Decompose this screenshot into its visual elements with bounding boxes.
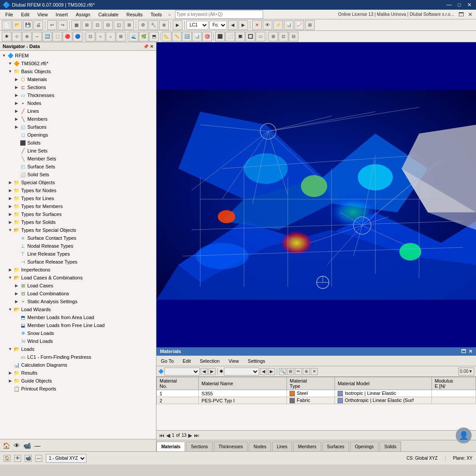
mat-goto[interactable]: Go To	[158, 357, 176, 364]
tree-membersets[interactable]: ╲ Member Sets	[0, 155, 156, 163]
tree-linesets[interactable]: ╱ Line Sets	[0, 147, 156, 155]
new-btn[interactable]: 📄	[2, 20, 11, 30]
mat-num[interactable]: 0.00▼	[458, 368, 474, 376]
prev-page-btn[interactable]: ◀	[166, 432, 170, 439]
tree-openings[interactable]: ◻ Openings	[0, 131, 156, 139]
tab-thicknesses[interactable]: Thicknesses	[214, 442, 248, 451]
mat-del[interactable]: ✕	[311, 368, 318, 375]
tree-materials[interactable]: ⬡ Materials	[0, 75, 156, 83]
delete-btn[interactable]: ✕	[252, 20, 262, 30]
tab-sections[interactable]: Sections	[186, 442, 212, 451]
search-input[interactable]	[175, 10, 263, 19]
t2-11[interactable]: ⬦	[106, 32, 115, 41]
t2-15[interactable]: ⬒	[149, 32, 159, 41]
table-row[interactable]: 2 PES-PVC Typ I Fabric Orthotropic | Lin…	[157, 397, 476, 404]
tb3[interactable]: ⊡	[93, 20, 102, 30]
status-btn3[interactable]: 📹	[25, 455, 32, 462]
tree-printout-reports[interactable]: 📋 Printout Reports	[0, 385, 156, 393]
structure-combo[interactable]: Structure	[164, 368, 200, 376]
tree-imperfections[interactable]: 📁 Imperfections	[0, 266, 156, 274]
form-combo[interactable]: Fo...	[209, 21, 227, 30]
table-row[interactable]: 1 S355 Steel Isotropic | Linear Elastic	[157, 390, 476, 397]
menu-edit[interactable]: Edit	[18, 11, 33, 18]
mat-edit-btn[interactable]: ✏	[295, 368, 302, 375]
menu-file[interactable]: File	[2, 11, 17, 18]
tree-load-wizards[interactable]: 📂 Load Wizards	[0, 305, 156, 313]
tab-lines[interactable]: Lines	[272, 442, 292, 451]
tree-results[interactable]: 📁 Results	[0, 369, 156, 377]
tree-types-nodes[interactable]: 📁 Types for Nodes	[0, 186, 156, 194]
tree-types-surfaces[interactable]: 📁 Types for Surfaces	[0, 210, 156, 218]
maximize-btn[interactable]: □	[456, 2, 463, 8]
tree-loads[interactable]: 📂 Loads	[0, 345, 156, 353]
t2-14[interactable]: 🌿	[139, 32, 149, 41]
t2-1[interactable]: ✱	[2, 32, 11, 41]
tree-types-lines[interactable]: 📁 Types for Lines	[0, 194, 156, 202]
menu-insert[interactable]: Insert	[52, 11, 71, 18]
tree-thicknesses[interactable]: ▭ Thicknesses	[0, 91, 156, 99]
tree-load-cases-combo[interactable]: 📂 Load Cases & Combinations	[0, 274, 156, 282]
t2-5[interactable]: 🔤	[42, 32, 52, 41]
t2-6[interactable]: ⬚	[52, 32, 62, 41]
tree-nodal-release[interactable]: ⊥ Nodal Release Types	[0, 242, 156, 250]
tb1[interactable]: ▦	[71, 20, 81, 30]
mat-filter[interactable]: ⊞	[287, 368, 294, 375]
tab-members[interactable]: Members	[293, 442, 321, 451]
t2-17[interactable]: 📏	[172, 32, 182, 41]
tab-materials[interactable]: Materials	[156, 442, 185, 451]
tree-line-release[interactable]: ⊤ Line Release Types	[0, 250, 156, 258]
tab-openings[interactable]: Openings	[350, 442, 379, 451]
view-combo[interactable]: 1 - Global XYZ	[46, 454, 86, 463]
t2-16[interactable]: 📐	[162, 32, 171, 41]
nav-home-btn[interactable]: 🏠	[3, 442, 10, 449]
basic-objects-combo[interactable]: Basic Objects	[224, 368, 259, 376]
t2-20[interactable]: 🎯	[202, 32, 212, 41]
tree-wind-loads[interactable]: 🌬 Wind Loads	[0, 337, 156, 345]
viewport-3d[interactable]	[156, 42, 476, 347]
materials-float-btn[interactable]: 🗖	[461, 349, 466, 354]
t2-18[interactable]: 🔠	[182, 32, 192, 41]
tb4[interactable]: ⊟	[103, 20, 113, 30]
materials-close-btn[interactable]: ✕	[469, 349, 472, 354]
nav-view-btn[interactable]: 👁	[14, 442, 20, 449]
undo-btn[interactable]: ↩	[47, 20, 57, 30]
tree-surface-contact[interactable]: ≡ Surface Contact Types	[0, 234, 156, 242]
tree-calc-diagrams[interactable]: 📊 Calculation Diagrams	[0, 361, 156, 369]
tb9[interactable]: ⊕	[159, 20, 169, 30]
tb13[interactable]: 📈	[294, 20, 304, 30]
tree-lc1[interactable]: ▭ LC1 - Form-Finding Prestress	[0, 353, 156, 361]
menu-assign[interactable]: Assign	[72, 11, 94, 18]
minimize-btn[interactable]: —	[445, 2, 454, 8]
tree-sections[interactable]: ⊏ Sections	[0, 83, 156, 91]
status-btn1[interactable]: 🏠	[4, 455, 11, 462]
lc-combo[interactable]: LC1	[186, 21, 208, 30]
tree-surfacesets[interactable]: ◰ Surface Sets	[0, 163, 156, 171]
t2-2[interactable]: ⊹	[12, 32, 22, 41]
mat-prev[interactable]: ◀	[201, 368, 208, 375]
menu-view[interactable]: View	[34, 11, 52, 18]
mat-selection[interactable]: Selection	[197, 357, 222, 364]
float-btn[interactable]: 🗖	[457, 11, 465, 18]
t2-10[interactable]: ⟐	[96, 32, 105, 41]
tree-member-loads-free[interactable]: ⬓ Member Loads from Free Line Load	[0, 321, 156, 329]
t2-26[interactable]: ⊞	[268, 32, 278, 41]
tree-lines[interactable]: ╱ Lines	[0, 107, 156, 115]
t2-21[interactable]: ⬛	[215, 32, 225, 41]
tb10[interactable]: 👁	[263, 20, 272, 30]
t2-12[interactable]: ⊞	[116, 32, 126, 41]
tree-guide-objects[interactable]: 📁 Guide Objects	[0, 377, 156, 385]
t2-23[interactable]: 🔳	[235, 32, 245, 41]
tab-nodes[interactable]: Nodes	[249, 442, 271, 451]
nav-cam-btn[interactable]: 📹	[23, 442, 31, 449]
status-btn2[interactable]: 👁	[14, 455, 21, 462]
nav-pin[interactable]: 📌	[143, 44, 149, 49]
t2-3[interactable]: ⊕	[22, 32, 32, 41]
nav-line-btn[interactable]: —	[34, 442, 41, 449]
mat-prev2[interactable]: ◀	[260, 368, 267, 375]
mat-add[interactable]: ⊕	[303, 368, 310, 375]
tb8[interactable]: 🔧	[149, 20, 158, 30]
open-btn[interactable]: 📂	[12, 20, 22, 30]
tab-solids[interactable]: Solids	[379, 442, 401, 451]
tree-load-combinations[interactable]: ⊟ Load Combinations	[0, 290, 156, 298]
mat-edit[interactable]: Edit	[180, 357, 193, 364]
